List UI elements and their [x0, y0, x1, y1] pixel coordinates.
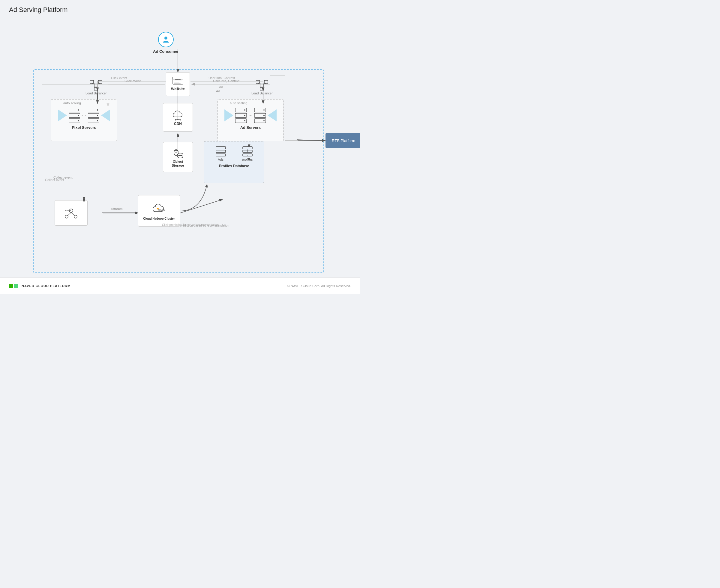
- svg-line-33: [96, 83, 100, 84]
- svg-text:Spark: Spark: [158, 209, 165, 212]
- svg-rect-38: [260, 87, 264, 90]
- svg-point-89: [65, 215, 68, 218]
- svg-marker-42: [58, 109, 67, 121]
- diagram-area: Click event User info, Context Ad Collec…: [9, 23, 351, 284]
- autoscale-left-label: auto scaling: [63, 101, 81, 105]
- svg-rect-28: [94, 84, 98, 87]
- profiles-db-label: Profiles Database: [204, 164, 264, 169]
- svg-point-48: [78, 120, 79, 121]
- hadoop-node: ✦ Spark Cloud Hadoop Cluster: [138, 195, 180, 227]
- svg-point-21: [164, 37, 167, 40]
- ads-label: Ads: [218, 158, 223, 161]
- svg-rect-82: [216, 150, 226, 152]
- svg-point-62: [244, 120, 245, 121]
- ad-consumer-label: Ad Consumer: [153, 49, 179, 54]
- svg-rect-29: [90, 80, 94, 83]
- footer: NAVER CLOUD PLATFORM © NAVER Cloud Corp.…: [0, 277, 360, 294]
- profiles-icon-label: profiles: [242, 158, 253, 161]
- naver-square-green: [9, 284, 13, 288]
- svg-line-39: [258, 83, 262, 84]
- svg-point-66: [263, 109, 265, 110]
- pixel-servers-box: auto scaling ···: [51, 99, 117, 141]
- svg-point-60: [244, 109, 245, 110]
- svg-rect-81: [216, 147, 226, 149]
- cdn-label: CDN: [174, 122, 182, 126]
- svg-point-77: [178, 153, 183, 155]
- profiles-db-box: Ads profiles Profiles Database: [204, 141, 264, 183]
- lb-left-node: Load Balancer: [85, 80, 107, 95]
- page-title: Ad Serving Platform: [9, 6, 351, 14]
- pixel-servers-label: Pixel Servers: [51, 125, 117, 130]
- autoscale-right-label: auto scaling: [230, 101, 247, 105]
- svg-point-47: [78, 115, 79, 116]
- object-storage-node: ObjectStorage: [163, 142, 193, 172]
- svg-marker-56: [224, 109, 234, 121]
- lb-right-node: Load Balancer: [252, 80, 273, 95]
- svg-rect-30: [98, 80, 102, 83]
- svg-point-53: [97, 115, 98, 116]
- svg-point-54: [97, 120, 98, 121]
- lb-right-label: Load Balancer: [252, 91, 273, 95]
- object-storage-label: ObjectStorage: [172, 160, 184, 168]
- ad-consumer-node: Ad Consumer: [153, 32, 179, 54]
- svg-text:kafka: kafka: [65, 209, 71, 212]
- page: Ad Serving Platform Click event: [0, 0, 360, 294]
- svg-rect-37: [264, 80, 268, 83]
- svg-rect-31: [94, 87, 98, 90]
- svg-point-67: [263, 115, 265, 116]
- svg-line-32: [92, 83, 96, 84]
- svg-rect-35: [260, 84, 264, 87]
- naver-brand-text: NAVER CLOUD PLATFORM: [22, 284, 71, 288]
- svg-point-80: [178, 155, 183, 158]
- ad-consumer-icon: [158, 32, 174, 47]
- naver-logo: NAVER CLOUD PLATFORM: [9, 284, 71, 288]
- svg-line-92: [71, 212, 74, 215]
- footer-brand: NAVER CLOUD PLATFORM: [9, 284, 71, 288]
- svg-rect-83: [216, 154, 226, 156]
- naver-squares: [9, 284, 18, 288]
- svg-point-76: [174, 150, 178, 152]
- svg-point-46: [78, 109, 79, 110]
- cdn-node: CDN: [163, 103, 193, 131]
- lb-left-label: Load Balancer: [85, 91, 107, 95]
- kafka-node: kafka: [55, 200, 87, 226]
- svg-line-91: [68, 212, 71, 215]
- rtb-label: RTB Platform: [332, 139, 355, 143]
- svg-marker-69: [267, 109, 277, 121]
- ad-servers-box: auto scaling ···: [218, 99, 283, 141]
- svg-point-90: [74, 215, 77, 218]
- svg-point-68: [263, 120, 265, 121]
- svg-point-61: [244, 115, 245, 116]
- svg-rect-36: [256, 80, 260, 83]
- svg-marker-55: [101, 109, 110, 121]
- naver-square-light: [14, 284, 18, 288]
- svg-line-40: [262, 83, 266, 84]
- hadoop-label: Cloud Hadoop Cluster: [143, 217, 175, 220]
- svg-point-52: [97, 109, 98, 110]
- footer-copyright: © NAVER Cloud Corp. All Rights Reserved.: [287, 284, 351, 288]
- rtb-platform-node: RTB Platform: [325, 133, 360, 148]
- ad-servers-label: Ad Servers: [218, 125, 283, 130]
